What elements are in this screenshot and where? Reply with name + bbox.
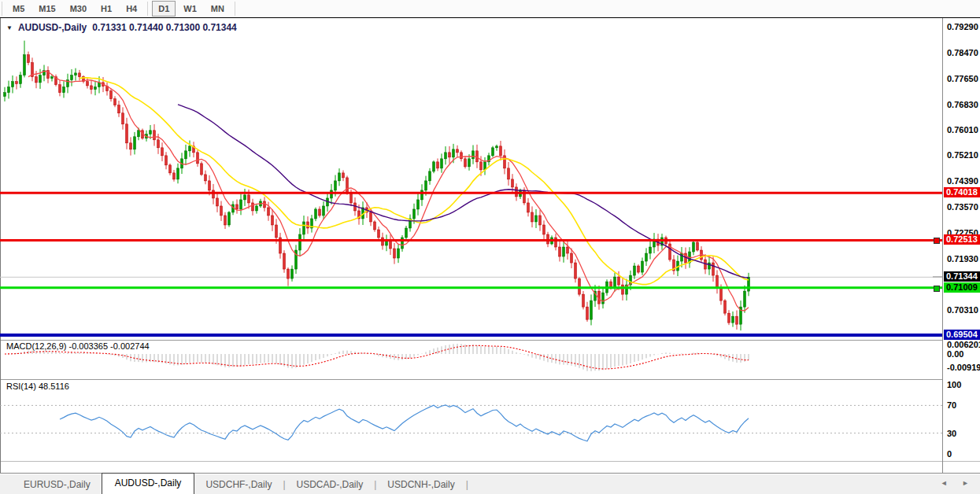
chart-tab-audusd[interactable]: AUDUSD-,Daily [102, 473, 195, 494]
price-axis-tick: 0.73570 [947, 202, 978, 212]
rsi-axis-tick: 100 [947, 380, 961, 389]
timeframe-button-d1[interactable]: D1 [152, 1, 176, 17]
timeframe-button-mn[interactable]: MN [205, 1, 231, 17]
chart-symbol-label: AUDUSD-,Daily [18, 22, 87, 33]
price-axis-tick: 0.75210 [947, 150, 978, 160]
tab-scroll-arrows[interactable]: ◄ ► [941, 479, 975, 487]
toolbar-divider [2, 2, 2, 16]
timeframe-button-m30[interactable]: M30 [64, 1, 93, 17]
price-axis-tick: 0.76010 [947, 125, 978, 135]
line-handle-dash [933, 334, 942, 336]
price-axis-tick: 0.77650 [947, 74, 978, 83]
line-handle-dash [933, 276, 942, 278]
price-axis-tick: 0.76830 [947, 100, 978, 109]
timeframe-button-m5[interactable]: M5 [6, 1, 31, 17]
price-axis-tick: 0.70310 [947, 305, 978, 315]
price-level-badge: 0.74018 [944, 187, 980, 197]
line-drag-handle[interactable] [934, 286, 940, 292]
price-level-badge: 0.71344 [944, 271, 980, 282]
toolbar-divider [235, 2, 235, 16]
price-axis-tick: 0.79290 [947, 22, 978, 31]
macd-indicator-label: MACD(12,26,9) -0.003365 -0.002744 [6, 341, 150, 351]
macd-axis-tick: 0.0062013 [947, 340, 980, 349]
chart-ohlc-values: 0.71331 0.71440 0.71300 0.71344 [92, 22, 237, 33]
rsi-axis-tick: 70 [947, 400, 956, 410]
chart-canvas[interactable] [0, 18, 980, 474]
price-axis-tick: 0.74390 [947, 176, 978, 186]
price-axis-tick: 0.71930 [947, 254, 978, 264]
chart-tab-usdcad[interactable]: USDCAD-,Daily [286, 476, 375, 493]
price-level-badge: 0.69504 [944, 330, 980, 340]
rsi-axis-tick: 30 [947, 429, 956, 438]
chart-dropdown-icon[interactable]: ▼ [6, 24, 13, 31]
price-level-badge: 0.71009 [944, 282, 980, 293]
tab-divider: | [466, 479, 468, 490]
rsi-indicator-label: RSI(14) 48.5116 [6, 382, 69, 391]
timeframe-button-h4[interactable]: H4 [120, 1, 143, 17]
rsi-axis-tick: 0 [947, 449, 952, 459]
toolbar-divider [147, 2, 148, 16]
price-axis-tick: 0.78470 [947, 48, 978, 57]
chart-tab-bar: EURUSD-,DailyAUDUSD-,DailyUSDCHF-,Daily|… [0, 473, 980, 494]
chart-tab-usdcnh[interactable]: USDCNH-,Daily [376, 476, 465, 493]
line-handle-dash [933, 192, 942, 194]
timeframe-button-w1[interactable]: W1 [177, 1, 203, 17]
line-drag-handle[interactable] [934, 238, 940, 244]
price-level-badge: 0.72513 [944, 234, 980, 245]
timeframe-toolbar: M5M15M30H1H4D1W1MN [0, 0, 980, 18]
chart-window: ▼ AUDUSD-,Daily 0.71331 0.71440 0.71300 … [0, 17, 980, 473]
macd-axis-tick: -0.0091973 [947, 363, 980, 372]
macd-axis-tick: 0.00 [947, 349, 963, 359]
mt4-window: M5M15M30H1H4D1W1MN ▼ AUDUSD-,Daily 0.713… [0, 0, 980, 494]
chart-title: ▼ AUDUSD-,Daily 0.71331 0.71440 0.71300 … [6, 22, 237, 33]
chart-tab-eurusd[interactable]: EURUSD-,Daily [13, 476, 102, 493]
timeframe-button-m15[interactable]: M15 [32, 1, 61, 17]
chart-tab-usdchf[interactable]: USDCHF-,Daily [194, 476, 283, 493]
timeframe-button-h1[interactable]: H1 [94, 1, 118, 17]
